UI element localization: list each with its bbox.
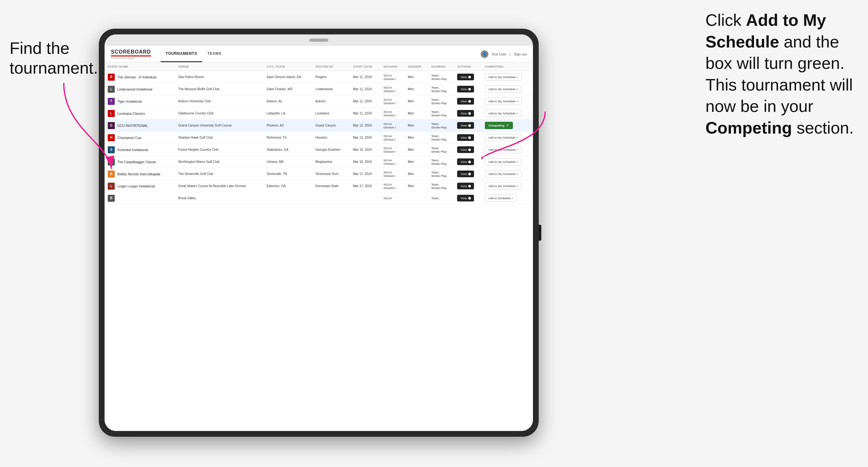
view-button[interactable]: View: [457, 183, 474, 189]
actions-cell: View: [454, 156, 481, 168]
hosted-by-cell: Kennesaw State: [312, 180, 350, 192]
hosted-by-cell: Tennessee Tech: [312, 168, 350, 180]
view-button[interactable]: View: [457, 134, 474, 141]
annotation-right: Click Add to My Schedule and the box wil…: [706, 9, 859, 139]
table-row: H Champions Cup Shadow Hawk Golf ClubRic…: [104, 132, 533, 144]
actions-cell: View: [454, 168, 481, 180]
event-name: Schenkel Invitational: [117, 148, 148, 152]
sign-out-link[interactable]: Sign out: [514, 52, 527, 56]
add-to-schedule-button[interactable]: Add to My Schedule +: [485, 97, 522, 105]
table-row: B The Carpetbagger Classic Worthington M…: [104, 156, 533, 168]
right-arrow: [481, 108, 552, 172]
col-competing: COMPETING: [482, 62, 533, 71]
start-date-cell: Mar 11, 2024: [350, 83, 380, 95]
top-bar: [104, 34, 533, 46]
competing-cell: Add to My Schedule +: [482, 71, 533, 83]
logo-area: SCOREBOARD Powered by clippd: [111, 49, 151, 59]
table-row: R The Johnnie - O Individual Sea Palms R…: [104, 71, 533, 83]
gender-cell: Men: [404, 156, 428, 168]
annotation-left: Find the tournament.: [9, 38, 98, 78]
table-row: L Lindenwood Invitational The Missouri B…: [104, 83, 533, 95]
table-container[interactable]: EVENT NAME VENUE CITY, STATE HOSTED BY S…: [104, 62, 533, 431]
user-name: Test User: [492, 52, 506, 56]
division-cell: NCAADivision I: [381, 95, 405, 107]
tab-teams[interactable]: TEAMS: [202, 46, 227, 62]
venue-cell: The Sevierville Golf Club: [175, 168, 263, 180]
hosted-by-cell: [312, 192, 350, 204]
view-button[interactable]: View: [457, 195, 474, 201]
start-date-cell: Mar 15, 2024: [350, 144, 380, 156]
start-date-cell: Mar 17, 2024: [350, 180, 380, 192]
table-row: L Linger Longer Invitational Great Water…: [104, 180, 533, 192]
col-start-date: START DATE: [350, 62, 380, 71]
add-to-schedule-button[interactable]: Add to Schedule +: [485, 194, 517, 202]
start-date-cell: Mar 16, 2024: [350, 156, 380, 168]
actions-cell: View: [454, 192, 481, 204]
competing-cell: Add to My Schedule +: [482, 83, 533, 95]
add-to-schedule-button[interactable]: Add to My Schedule +: [485, 73, 522, 81]
venue-cell: Grand Canyon University Golf Course: [175, 120, 263, 132]
view-button[interactable]: View: [457, 122, 474, 129]
table-row: B Brook ValleyNCAATeam, View Add to Sche…: [104, 192, 533, 204]
city-state-cell: Richmond, TX: [263, 132, 312, 144]
division-cell: NCAADivision I: [381, 120, 405, 132]
logo-sub: Powered by clippd: [111, 56, 151, 59]
city-state-cell: Urbana, MD: [263, 156, 312, 168]
event-name: The Carpetbagger Classic: [117, 160, 156, 164]
scoring-cell: Team,Stroke Play: [428, 120, 454, 132]
gender-cell: Men: [404, 168, 428, 180]
scoring-cell: Team,Stroke Play: [428, 71, 454, 83]
app-content: SCOREBOARD Powered by clippd TOURNAMENTS…: [104, 46, 533, 431]
view-button[interactable]: View: [457, 98, 474, 104]
scoring-cell: Team,Stroke Play: [428, 83, 454, 95]
view-button[interactable]: View: [457, 86, 474, 92]
city-state-cell: Lafayette, LA: [263, 107, 312, 120]
hosted-by-cell: Grand Canyon: [312, 120, 350, 132]
actions-cell: View: [454, 71, 481, 83]
table-header-row: EVENT NAME VENUE CITY, STATE HOSTED BY S…: [104, 62, 533, 71]
gender-cell: Men: [404, 132, 428, 144]
team-logo: B: [108, 195, 115, 202]
table-row: G GCU INVITATIONAL Grand Canyon Universi…: [104, 120, 533, 132]
competing-cell: Add to My Schedule +: [482, 95, 533, 107]
start-date-cell: [350, 192, 380, 204]
city-state-cell: [263, 192, 312, 204]
hosted-by-cell: Lindenwood: [312, 83, 350, 95]
add-to-schedule-button[interactable]: Add to My Schedule +: [485, 86, 522, 93]
actions-cell: View: [454, 132, 481, 144]
tournaments-table: EVENT NAME VENUE CITY, STATE HOSTED BY S…: [104, 62, 533, 204]
table-row: L Louisiana Classics Oakbourne Country C…: [104, 107, 533, 120]
view-button[interactable]: View: [457, 158, 474, 165]
venue-cell: Worthington Manor Golf Club: [175, 156, 263, 168]
gender-cell: Men: [404, 71, 428, 83]
division-cell: NCAADivision I: [381, 180, 405, 192]
actions-cell: View: [454, 95, 481, 107]
event-name: GCU INVITATIONAL: [117, 124, 148, 127]
start-date-cell: Mar 11, 2024: [350, 95, 380, 107]
scoring-cell: Team,Stroke Play: [428, 107, 454, 120]
col-city-state: CITY, STATE: [263, 62, 312, 71]
view-button[interactable]: View: [457, 146, 474, 153]
scoring-cell: Team,Stroke Play: [428, 132, 454, 144]
view-button[interactable]: View: [457, 170, 474, 177]
tab-tournaments[interactable]: TOURNAMENTS: [161, 46, 203, 62]
actions-cell: View: [454, 144, 481, 156]
division-cell: NCAADivision I: [381, 71, 405, 83]
actions-cell: View: [454, 120, 481, 132]
city-state-cell: Sevierville, TN: [263, 168, 312, 180]
event-name: The Johnnie - O Individual: [117, 75, 156, 79]
add-to-schedule-button[interactable]: Add to My Schedule +: [485, 182, 522, 190]
actions-cell: View: [454, 107, 481, 120]
event-name: Louisiana Classics: [117, 112, 145, 115]
city-state-cell: Statesboro, GA: [263, 144, 312, 156]
event-name: Lindenwood Invitational: [117, 87, 152, 91]
hosted-by-cell: Auburn: [312, 95, 350, 107]
header-right: 👤 Test User | Sign out: [481, 50, 527, 58]
venue-cell: Shadow Hawk Golf Club: [175, 132, 263, 144]
view-button[interactable]: View: [457, 74, 474, 80]
tablet-side-button: [539, 225, 541, 241]
division-cell: NCAADivision I: [381, 168, 405, 180]
view-button[interactable]: View: [457, 110, 474, 117]
division-cell: NCAADivision I: [381, 107, 405, 120]
logo-text: SCOREBOARD: [111, 49, 151, 55]
